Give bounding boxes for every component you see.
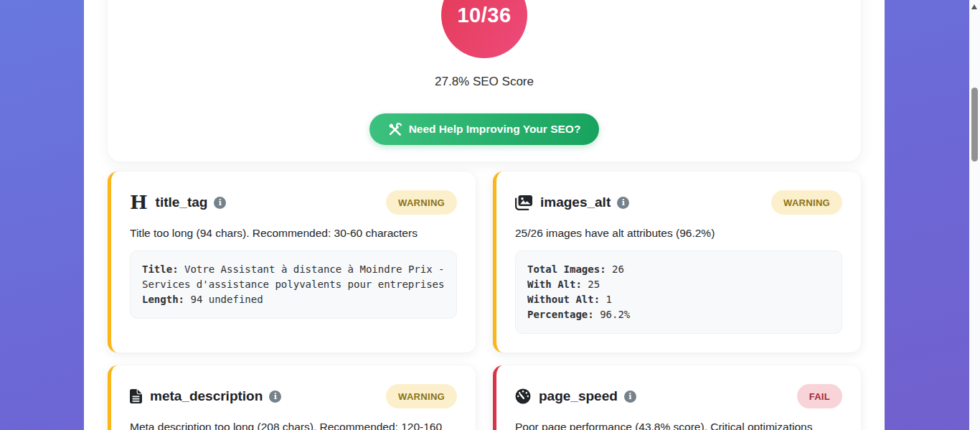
card-detail-block: Title: Votre Assistant à distance à Moin… [130, 251, 457, 319]
card-title: page_speed [539, 388, 618, 404]
card-description: 25/26 images have alt attributes (96.2%) [515, 225, 842, 240]
status-badge: FAIL [797, 384, 842, 408]
card-title: images_alt [540, 195, 611, 210]
detail-label: Title: [142, 263, 179, 275]
audit-card-title-tag: H title_tag i WARNING Title too long (94… [108, 172, 476, 352]
detail-line: Title: Votre Assistant à distance à Moin… [142, 262, 445, 292]
heading-icon: H [130, 193, 148, 212]
card-header: page_speed i FAIL [515, 384, 842, 408]
screwdriver-wrench-icon [388, 123, 402, 136]
detail-line: Without Alt: 1 [527, 292, 830, 307]
content-area: 10/36 27.8% SEO Score Need Help Improvin… [84, 0, 885, 430]
seo-help-button-label: Need Help Improving Your SEO? [409, 123, 581, 136]
detail-value: 1 [606, 294, 612, 305]
detail-line: With Alt: 25 [527, 277, 830, 292]
card-description: Poor page performance (43.8% score). Cri… [515, 419, 842, 430]
seo-score-label: 27.8% SEO Score [122, 75, 847, 89]
audit-card-images-alt: images_alt i WARNING 25/26 images have a… [493, 172, 861, 352]
info-icon[interactable]: i [617, 197, 629, 209]
detail-line: Percentage: 96.2% [527, 307, 830, 322]
file-lines-icon [130, 389, 142, 403]
seo-score-value: 10/36 [457, 4, 511, 27]
audit-cards-grid: H title_tag i WARNING Title too long (94… [108, 172, 861, 430]
detail-line: Length: 94 undefined [142, 292, 445, 307]
card-header: meta_description i WARNING [130, 384, 457, 408]
audit-card-page-speed: page_speed i FAIL Poor page performance … [493, 365, 861, 430]
gauge-icon [515, 388, 531, 404]
card-title: meta_description [150, 388, 263, 404]
detail-line: Total Images: 26 [527, 262, 830, 277]
detail-label: With Alt: [527, 279, 582, 290]
card-header: images_alt i WARNING [515, 190, 842, 215]
info-icon[interactable]: i [624, 391, 636, 403]
detail-label: Length: [142, 294, 184, 305]
detail-label: Without Alt: [527, 294, 600, 305]
status-badge: WARNING [386, 384, 457, 408]
seo-score-panel: 10/36 27.8% SEO Score Need Help Improvin… [108, 0, 861, 162]
info-icon[interactable]: i [214, 197, 226, 209]
scrollbar[interactable] [969, 0, 980, 430]
status-badge: WARNING [386, 190, 457, 215]
card-description: Meta description too long (208 chars). R… [130, 419, 457, 430]
card-header: H title_tag i WARNING [130, 190, 457, 215]
detail-label: Total Images: [527, 263, 606, 275]
audit-card-meta-description: meta_description i WARNING Meta descript… [108, 365, 476, 430]
detail-value: 26 [612, 263, 624, 275]
card-detail-block: Total Images: 26 With Alt: 25 Without Al… [515, 251, 842, 334]
seo-help-button[interactable]: Need Help Improving Your SEO? [369, 113, 600, 145]
status-badge: WARNING [771, 190, 842, 215]
scroll-up-arrow-icon[interactable] [971, 4, 977, 9]
detail-value: Votre Assistant à distance à Moindre Pri… [142, 263, 444, 290]
card-description: Title too long (94 chars). Recommended: … [130, 225, 457, 240]
detail-value: 96.2% [600, 309, 630, 320]
seo-score-circle: 10/36 [441, 0, 527, 58]
detail-label: Percentage: [527, 309, 594, 320]
card-title: title_tag [156, 195, 208, 210]
scrollbar-thumb[interactable] [971, 88, 978, 162]
detail-value: 94 undefined [190, 294, 263, 305]
detail-value: 25 [588, 279, 600, 290]
images-icon [515, 195, 532, 210]
info-icon[interactable]: i [269, 391, 281, 403]
